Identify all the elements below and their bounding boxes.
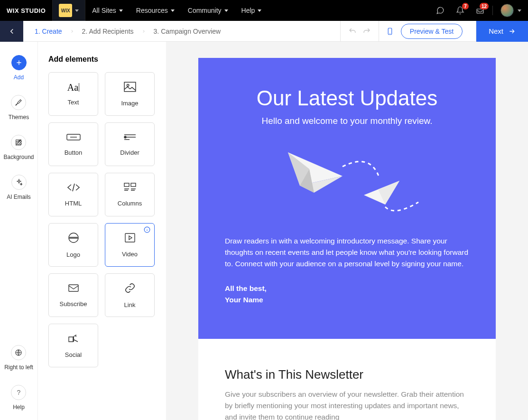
content-section[interactable]: What's in This Newsletter Give your subs… [198,339,496,420]
back-button[interactable] [0,21,23,42]
rail-label: Help [13,404,25,411]
nav-label: Resources [136,7,168,14]
element-label: HTML [65,200,82,207]
element-label: Social [65,351,82,358]
device-group: Preview & Test [379,21,476,42]
chat-icon [436,6,445,15]
chevron-right-icon [141,29,146,34]
nav-label: All Sites [92,7,116,14]
steps: 1. Create 2. Add Recipients 3. Campaign … [23,28,221,35]
rail-help[interactable]: ? Help [11,385,26,411]
brand-text: WIX STUDIO [7,7,46,14]
inbox-badge: 12 [480,3,489,9]
elements-panel: Add elements AaTextImageButtonDividerHTM… [38,42,166,420]
panel-title: Add elements [48,55,155,64]
avatar[interactable] [500,4,514,17]
rail-label: Background [3,154,34,160]
rail-label: Add [14,74,24,81]
rail-rtl[interactable]: Right to left [4,345,33,371]
site-switcher[interactable]: WIX [52,0,85,21]
hero-body[interactable]: Draw readers in with a welcoming introdu… [198,235,496,320]
element-video[interactable]: Video [105,223,155,267]
link-icon [124,282,136,296]
plus-icon [11,55,27,70]
wix-icon: WIX [59,4,72,17]
section-title[interactable]: What's in This Newsletter [225,367,469,382]
separator [492,6,493,15]
next-label: Next [489,27,503,35]
svg-point-5 [127,84,129,86]
hero-image[interactable] [198,126,496,235]
main: Add Themes Background AI Emails [0,42,528,420]
text-icon: Aa [67,82,79,93]
element-label: Logo [66,251,80,258]
body-paragraph: Draw readers in with a welcoming introdu… [225,235,469,270]
hero-title[interactable]: Our Latest Updates [198,86,496,110]
arrow-right-icon [508,28,516,35]
history-group [340,21,379,42]
element-image[interactable]: Image [105,72,155,116]
chevron-right-icon [70,29,74,34]
svg-point-10 [69,233,78,243]
chat-button[interactable] [431,0,450,21]
step-recipients[interactable]: 2. Add Recipients [82,28,134,35]
rail-label: AI Emails [7,194,31,200]
nav-resources[interactable]: Resources [130,0,181,21]
top-bar: WIX STUDIO WIX All Sites Resources Commu… [0,0,528,21]
rail-themes[interactable]: Themes [9,95,29,121]
chevron-down-icon [224,9,228,12]
undo-icon[interactable] [348,27,357,36]
element-label: Link [124,301,136,308]
brush-icon [11,95,26,110]
hero-subtitle[interactable]: Hello and welcome to your monthly review… [198,116,496,126]
question-icon: ? [11,385,26,400]
element-columns[interactable]: Columns [105,173,155,216]
element-link[interactable]: Link [105,273,155,317]
element-social[interactable]: Social [48,324,98,367]
rail-background[interactable]: Background [3,135,34,160]
nav-help[interactable]: Help [235,0,269,21]
nav-all-sites[interactable]: All Sites [85,0,130,21]
step-bar: 1. Create 2. Add Recipients 3. Campaign … [0,21,528,42]
canvas[interactable]: Our Latest Updates Hello and welcome to … [166,42,528,420]
element-button[interactable]: Button [48,122,98,166]
redo-icon[interactable] [362,27,371,36]
paper-plane-icon [262,138,433,224]
element-label: Button [65,149,83,156]
mobile-icon[interactable] [386,27,394,36]
notif-badge: 7 [462,3,469,9]
notifications-button[interactable]: 7 [451,0,470,21]
element-text[interactable]: AaText [48,72,98,116]
logo-icon [68,232,79,245]
sparkle-icon [11,175,27,190]
preview-button[interactable]: Preview & Test [401,24,463,39]
element-html[interactable]: HTML [48,173,98,216]
inbox-button[interactable]: 12 [471,0,490,21]
side-rail: Add Themes Background AI Emails [0,42,38,420]
top-nav: All Sites Resources Community Help [85,0,268,21]
chevron-down-icon [119,9,123,12]
step-overview[interactable]: 3. Campaign Overview [154,28,221,35]
html-icon [67,183,80,194]
svg-rect-4 [124,82,136,92]
rail-ai-emails[interactable]: AI Emails [7,175,31,200]
nav-community[interactable]: Community [181,0,235,21]
element-divider[interactable]: Divider [105,122,155,166]
rail-label: Themes [9,114,29,121]
email-preview[interactable]: Our Latest Updates Hello and welcome to … [198,58,496,404]
rail-add[interactable]: Add [11,55,27,81]
image-icon [124,82,136,94]
element-logo[interactable]: Logo [48,223,98,267]
step-create[interactable]: 1. Create [35,28,62,35]
step-right: Preview & Test Next [340,21,528,42]
section-body[interactable]: Give your subscribers an overview of you… [225,389,469,420]
svg-rect-13 [69,285,78,291]
chevron-down-icon [171,9,175,12]
svg-rect-9 [131,183,136,187]
brand-logo[interactable]: WIX STUDIO [0,0,52,21]
next-button[interactable]: Next [476,21,528,42]
subscribe-icon [68,283,79,295]
element-subscribe[interactable]: Subscribe [48,273,98,317]
signoff-line1: All the best, [225,283,469,294]
info-icon[interactable] [144,226,150,235]
